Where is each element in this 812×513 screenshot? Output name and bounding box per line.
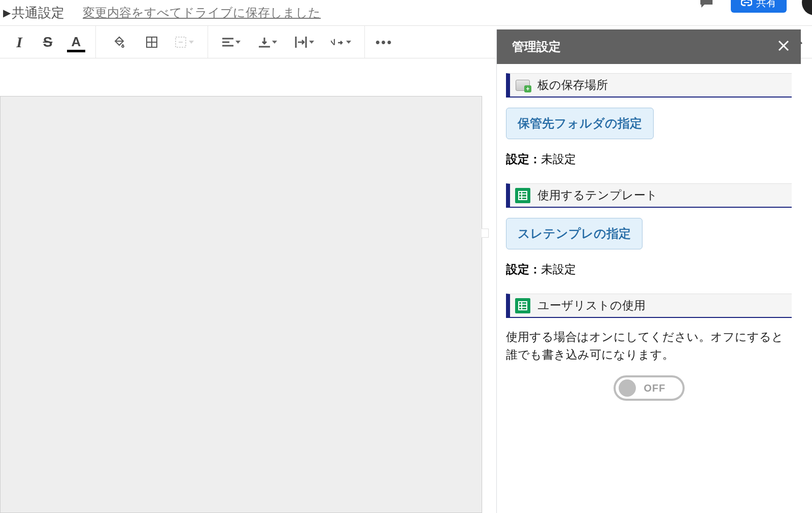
template-status: 設定：未設定	[506, 262, 792, 277]
play-icon: ▶	[3, 7, 11, 19]
comment-icon[interactable]	[699, 0, 716, 10]
page-handle[interactable]	[482, 229, 489, 238]
spreadsheet-icon	[515, 188, 530, 203]
merge-cells-button[interactable]	[169, 31, 199, 53]
sidebar-header: 管理設定	[497, 29, 801, 64]
storage-folder-status: 設定：未設定	[506, 151, 792, 167]
sidebar-body: 板の保存場所 保管先フォルダの指定 設定：未設定 使用するテンプレート スレテン…	[497, 64, 801, 410]
status-value: 未設定	[541, 152, 576, 166]
fill-color-button[interactable]	[104, 31, 134, 53]
section-title: ユーザリストの使用	[537, 298, 646, 313]
text-color-letter: A	[72, 34, 81, 50]
insert-table-button[interactable]	[141, 31, 163, 53]
section-board-location: 板の保存場所	[506, 73, 792, 98]
save-status[interactable]: 変更内容をすべてドライブに保存しました	[83, 5, 321, 21]
document-header: ▶ 共通設定 変更内容をすべてドライブに保存しました 共有	[0, 0, 812, 25]
section-template: 使用するテンプレート	[506, 183, 792, 208]
set-thread-template-button[interactable]: スレテンプレの指定	[506, 218, 642, 249]
avatar[interactable]	[802, 0, 812, 15]
close-sidebar-button[interactable]	[777, 38, 790, 55]
folder-add-icon	[515, 78, 530, 93]
svg-point-0	[802, 0, 812, 15]
document-page[interactable]	[0, 96, 482, 513]
sidebar-title: 管理設定	[512, 39, 561, 55]
align-button[interactable]	[216, 31, 247, 53]
document-area[interactable]	[0, 58, 495, 513]
svg-rect-17	[519, 302, 527, 310]
status-label: 設定：	[506, 152, 541, 166]
chevron-down-icon	[235, 41, 241, 44]
section-user-list: ユーザリストの使用	[506, 294, 792, 318]
section-title: 使用するテンプレート	[537, 187, 658, 203]
settings-sidebar: 管理設定 板の保存場所 保管先フォルダの指定 設定：未設定 使用するテンプレート…	[496, 29, 801, 513]
section-title: 板の保存場所	[537, 77, 608, 93]
link-icon	[741, 0, 752, 6]
text-color-button[interactable]: A	[65, 31, 87, 53]
document-title[interactable]: 共通設定	[12, 4, 64, 22]
vertical-align-button[interactable]	[253, 31, 283, 53]
share-button[interactable]: 共有	[731, 0, 787, 13]
chevron-down-icon	[189, 41, 194, 44]
text-rotation-button[interactable]: V	[326, 31, 356, 53]
status-value: 未設定	[541, 263, 576, 276]
header-right: 共有	[699, 0, 812, 15]
toggle-knob	[619, 379, 636, 397]
user-list-help-text: 使用する場合はオンにしてください。オフにすると誰でも書き込み可になります。	[506, 328, 792, 363]
svg-rect-13	[519, 191, 527, 200]
status-label: 設定：	[506, 263, 541, 276]
chevron-down-icon	[346, 41, 351, 44]
chevron-down-icon	[309, 41, 314, 44]
strikethrough-button[interactable]: S	[37, 31, 59, 53]
svg-text:V: V	[331, 37, 337, 47]
chevron-down-icon	[272, 41, 277, 44]
text-wrap-button[interactable]	[289, 31, 320, 53]
italic-button[interactable]: I	[8, 31, 30, 53]
set-storage-folder-button[interactable]: 保管先フォルダの指定	[506, 108, 654, 139]
user-list-toggle[interactable]: OFF	[614, 375, 685, 401]
close-icon	[777, 40, 790, 52]
share-button-label: 共有	[756, 0, 776, 10]
document-title-area[interactable]: ▶ 共通設定	[0, 4, 64, 22]
text-color-swatch	[67, 50, 85, 52]
toggle-state-label: OFF	[644, 382, 666, 394]
spreadsheet-icon	[515, 298, 530, 313]
more-button[interactable]: •••	[373, 31, 395, 53]
